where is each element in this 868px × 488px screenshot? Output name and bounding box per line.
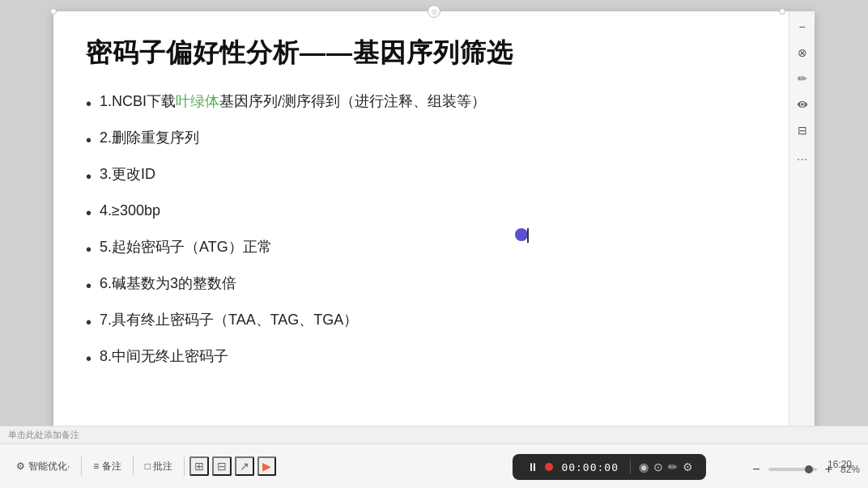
bullet-item-3: • 3.更改ID (86, 163, 756, 189)
bullet-text-8: 8.中间无终止密码子 (100, 346, 228, 367)
bullet-text-6: 6.碱基数为3的整数倍 (100, 273, 236, 295)
mc-eye-icon[interactable]: ◉ (639, 460, 649, 473)
mc-edit-icon[interactable]: ✏ (668, 460, 678, 473)
bullet-dot-7: • (86, 310, 91, 334)
toolbar-pen-icon[interactable]: ✏ (794, 70, 811, 87)
bullet-dot-2: • (86, 128, 91, 152)
slide-handle-top[interactable]: ◎ (428, 5, 440, 18)
bullet-item-8: • 8.中间无终止密码子 (86, 346, 756, 371)
bullet-text-5: 5.起始密码子（ATG）正常 (100, 236, 272, 258)
record-indicator (545, 463, 553, 471)
slide-handle-tr[interactable] (779, 8, 785, 15)
bullet-text-4: 4.≥300bp (100, 200, 160, 222)
bullet-item-6: • 6.碱基数为3的整数倍 (86, 273, 756, 298)
bullet-dot-5: • (86, 237, 91, 261)
time-label: 16:20 (828, 459, 852, 470)
bullet-text-7: 7.具有终止密码子（TAA、TAG、TGA） (100, 309, 358, 331)
view-icons: ⊞ ⊟ ↗ ▶ (189, 456, 276, 476)
bullet-item-5: • 5.起始密码子（ATG）正常 (86, 236, 756, 261)
view-expand-btn[interactable]: ↗ (235, 456, 254, 476)
slide-content: 密码子偏好性分析——基因序列筛选 • 1.NCBI下载叶绿体基因序列/测序得到（… (53, 11, 789, 406)
bullet-text-3: 3.更改ID (100, 163, 155, 185)
bottom-bar: ⚙ 智能优化· ≡ 备注 □ 批注 ⊞ ⊟ ↗ ▶ CAL ⏸ (0, 443, 868, 488)
toolbar-minimize-icon[interactable]: − (794, 18, 811, 36)
bullet-dot-6: • (86, 274, 91, 298)
toolbar-layout-icon[interactable]: ⊟ (794, 121, 811, 139)
bullet-dot-4: • (86, 201, 91, 225)
bullet-item-1: • 1.NCBI下载叶绿体基因序列/测序得到（进行注释、组装等） (86, 91, 756, 116)
bullet-item-2: • 2.删除重复序列 (86, 127, 756, 152)
toolbar-eye-icon[interactable] (794, 95, 811, 113)
view-list-btn[interactable]: ⊟ (212, 456, 232, 476)
bottom-left-controls: ⚙ 智能优化· ≡ 备注 □ 批注 ⊞ ⊟ ↗ ▶ (10, 456, 858, 476)
bullet-list: • 1.NCBI下载叶绿体基因序列/测序得到（进行注释、组装等） • 2.删除重… (86, 91, 756, 371)
zoom-out-btn[interactable]: − (749, 462, 763, 477)
bullet-dot-1: • (86, 91, 91, 116)
toolbar-more-icon[interactable]: … (794, 147, 811, 165)
toolbar-settings-icon[interactable]: ⊗ (794, 44, 811, 62)
bullet-dot-3: • (86, 164, 91, 189)
presentation-area: ◎ 密码子偏好性分析——基因序列筛选 • 1.NCBI下载叶绿体基因序列/测序得… (0, 0, 868, 443)
view-grid-btn[interactable]: ⊞ (189, 456, 209, 476)
bullet-item-7: • 7.具有终止密码子（TAA、TAG、TGA） (86, 309, 756, 334)
bullet-text-1: 1.NCBI下载叶绿体基因序列/测序得到（进行注释、组装等） (100, 91, 486, 112)
smart-optimize-btn[interactable]: ⚙ 智能优化· (10, 457, 76, 476)
slide-title: 密码子偏好性分析——基因序列筛选 (86, 36, 756, 71)
divider-3 (184, 456, 185, 476)
cursor-dot (515, 228, 528, 241)
comment-btn[interactable]: □ 批注 (138, 457, 180, 476)
notes-btn[interactable]: ≡ 备注 (87, 457, 127, 476)
slide-right-toolbar: − ⊗ ✏ ⊟ … (789, 11, 815, 432)
zoom-thumb (805, 465, 813, 473)
pause-btn[interactable]: ⏸ (525, 459, 540, 475)
time-display: 00:00:00 (561, 461, 619, 473)
right-controls: − + 82% 16:20 (749, 462, 860, 477)
view-play-btn[interactable]: ▶ (257, 456, 276, 476)
annotation-hint: 单击此处添加备注 (8, 429, 79, 441)
divider-1 (81, 456, 82, 476)
media-controls: ⏸ 00:00:00 ◉ ⊙ ✏ ⚙ (513, 454, 706, 480)
bullet-dot-8: • (86, 346, 91, 371)
zoom-slider[interactable] (768, 468, 817, 471)
cursor-caret (527, 228, 529, 243)
slide-canvas: ◎ 密码子偏好性分析——基因序列筛选 • 1.NCBI下载叶绿体基因序列/测序得… (53, 11, 815, 432)
mc-divider (630, 460, 631, 474)
bullet-text-2: 2.删除重复序列 (100, 127, 199, 149)
annotation-bar: 单击此处添加备注 (0, 426, 868, 443)
divider-2 (133, 456, 134, 476)
mc-settings-icon[interactable]: ⚙ (683, 460, 693, 473)
bullet-item-4: • 4.≥300bp (86, 200, 756, 225)
mc-camera-icon[interactable]: ⊙ (653, 460, 663, 473)
slide-handle-tl[interactable] (50, 8, 57, 15)
